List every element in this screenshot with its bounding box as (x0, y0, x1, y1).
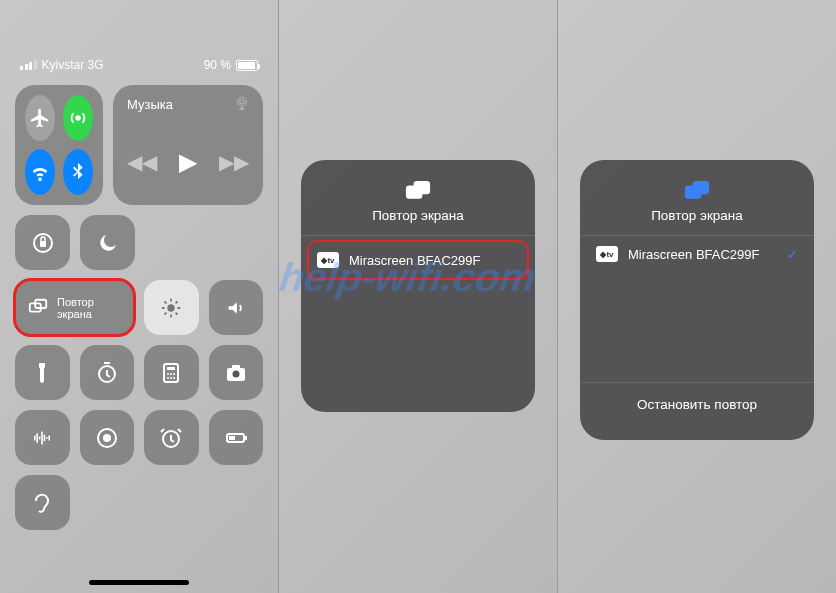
low-power-icon (224, 426, 248, 450)
low-power-button[interactable] (209, 410, 264, 465)
bluetooth-icon (67, 161, 89, 183)
device-name: Mirascreen BFAC299F (349, 253, 481, 268)
screen-record-button[interactable] (80, 410, 135, 465)
bluetooth-toggle[interactable] (63, 149, 93, 195)
music-widget[interactable]: Музыка ◀◀ ▶ ▶▶ (113, 85, 263, 205)
do-not-disturb-toggle[interactable] (80, 215, 135, 270)
airplay-icon (233, 95, 251, 117)
sheet-header: Повтор экрана (301, 160, 535, 236)
device-name: Mirascreen BFAC299F (628, 247, 760, 262)
screen-mirroring-button[interactable]: Повтор экрана (15, 280, 134, 335)
brightness-slider[interactable] (144, 280, 198, 335)
svg-rect-25 (229, 436, 235, 440)
status-bar: Kyivstar 3G 90 % (0, 45, 278, 85)
svg-rect-4 (40, 241, 46, 247)
screen-mirroring-sheet: Повтор экрана ◆tv Mirascreen BFAC299F (301, 160, 535, 412)
checkmark-icon: ✓ (787, 247, 798, 262)
wifi-icon (29, 161, 51, 183)
mirror-device-row[interactable]: ◆tv Mirascreen BFAC299F (309, 242, 527, 278)
play-button[interactable]: ▶ (179, 148, 197, 176)
rewind-button[interactable]: ◀◀ (127, 150, 157, 174)
volume-slider[interactable] (209, 280, 263, 335)
camera-button[interactable] (209, 345, 264, 400)
screen-mirror-icon (404, 180, 432, 202)
sheet-title: Повтор экрана (372, 208, 464, 223)
airplane-mode-toggle[interactable] (25, 95, 55, 141)
appletv-chip-icon: ◆tv (596, 246, 618, 262)
svg-point-15 (170, 377, 172, 379)
alarm-icon (159, 426, 183, 450)
volume-icon (225, 297, 247, 319)
svg-point-16 (173, 377, 175, 379)
screen-mirror-label: Повтор экрана (57, 296, 94, 320)
airplane-icon (29, 107, 51, 129)
flashlight-button[interactable] (15, 345, 70, 400)
camera-icon (224, 361, 248, 385)
svg-point-0 (75, 115, 81, 121)
ear-icon (31, 491, 55, 515)
svg-point-7 (168, 304, 175, 311)
svg-point-12 (170, 373, 172, 375)
cellular-icon (67, 107, 89, 129)
svg-point-2 (240, 100, 245, 105)
signal-icon (20, 60, 37, 70)
battery-icon (236, 60, 258, 71)
home-indicator[interactable] (89, 580, 189, 585)
appletv-chip-icon: ◆tv (317, 252, 339, 268)
carrier-label: Kyivstar 3G (42, 58, 104, 72)
mirror-device-row-selected[interactable]: ◆tv Mirascreen BFAC299F ✓ (580, 236, 814, 272)
svg-point-21 (103, 434, 111, 442)
calculator-button[interactable] (144, 345, 199, 400)
mirror-sheet-panel-select: Повтор экрана ◆tv Mirascreen BFAC299F (279, 0, 557, 593)
control-center-panel: Kyivstar 3G 90 % (0, 0, 278, 593)
alarm-button[interactable] (144, 410, 199, 465)
cellular-data-toggle[interactable] (63, 95, 93, 141)
moon-icon (96, 231, 120, 255)
wifi-toggle[interactable] (25, 149, 55, 195)
timer-button[interactable] (80, 345, 135, 400)
rotation-lock-toggle[interactable] (15, 215, 70, 270)
svg-point-13 (173, 373, 175, 375)
voice-memos-button[interactable] (15, 410, 70, 465)
timer-icon (95, 361, 119, 385)
svg-rect-24 (245, 436, 247, 440)
screen-mirroring-sheet-connected: Повтор экрана ◆tv Mirascreen BFAC299F ✓ … (580, 160, 814, 440)
hearing-button[interactable] (15, 475, 70, 530)
music-title: Музыка (127, 97, 249, 112)
svg-rect-29 (694, 182, 708, 193)
stop-mirroring-button[interactable]: Остановить повтор (580, 382, 814, 426)
screen-mirror-icon (683, 180, 711, 202)
svg-point-1 (238, 97, 247, 106)
mirror-sheet-panel-connected: Повтор экрана ◆tv Mirascreen BFAC299F ✓ … (558, 0, 836, 593)
calculator-icon (159, 361, 183, 385)
sheet-header: Повтор экрана (580, 160, 814, 236)
record-icon (95, 426, 119, 450)
forward-button[interactable]: ▶▶ (219, 150, 249, 174)
svg-point-11 (167, 373, 169, 375)
battery-percent: 90 % (204, 58, 231, 72)
screen-mirror-icon (27, 297, 49, 319)
connectivity-cluster (15, 85, 103, 205)
svg-rect-10 (167, 367, 175, 370)
flashlight-icon (30, 361, 54, 385)
brightness-icon (160, 297, 182, 319)
sheet-title: Повтор экрана (651, 208, 743, 223)
waveform-icon (30, 426, 54, 450)
svg-rect-19 (232, 365, 240, 369)
svg-point-14 (167, 377, 169, 379)
svg-rect-27 (415, 182, 429, 193)
svg-point-18 (232, 370, 239, 377)
rotation-lock-icon (31, 231, 55, 255)
